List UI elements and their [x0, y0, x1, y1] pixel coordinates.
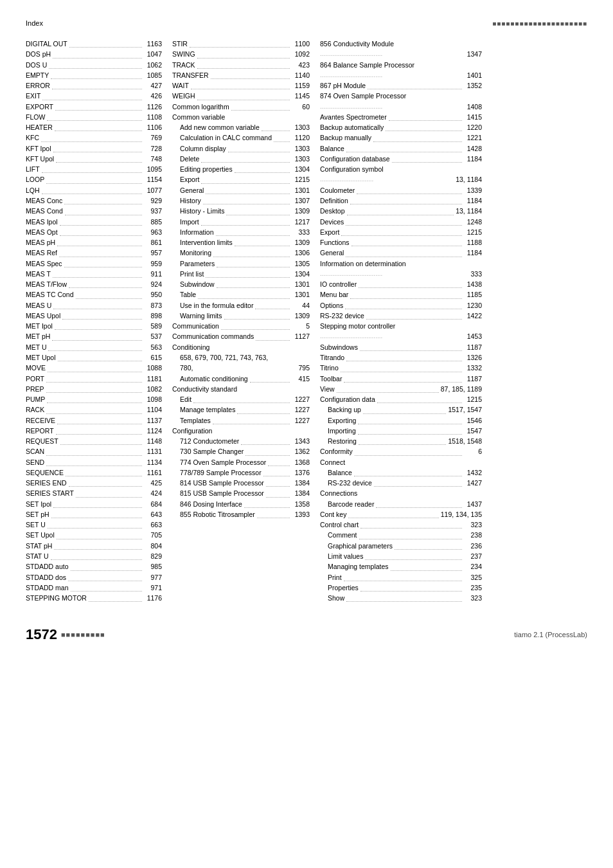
index-entry: RACK1104: [26, 404, 162, 415]
index-entry: SERIES END425: [26, 478, 162, 488]
index-entry: View87, 185, 1189: [320, 384, 482, 394]
dots-page-entry: ...................................1453: [320, 331, 482, 341]
index-entry: Table1301: [172, 289, 310, 300]
index-entry: 867 pH Module1352: [320, 80, 482, 91]
index-entry: ERROR427: [26, 80, 162, 91]
index-entry: 778/789 Sample Processor1376: [172, 467, 310, 478]
index-entry: RECEIVE1137: [26, 415, 162, 426]
index-entry: Functions1188: [320, 237, 482, 248]
index-entry: Subwindows1187: [320, 342, 482, 352]
index-entry: RS-232 device1427: [320, 478, 482, 488]
index-entry: SERIES START424: [26, 488, 162, 498]
index-entry: General1184: [320, 248, 482, 258]
index-entry: SWING1092: [172, 49, 310, 59]
dots-page-entry: ...................................1401: [320, 70, 482, 80]
index-entry: Templates1227: [172, 415, 310, 426]
dots-page-entry: ...................................333: [320, 269, 482, 279]
index-entry: SEND1134: [26, 457, 162, 467]
index-entry: MEAS Conc929: [26, 195, 162, 206]
index-entry: MEAS Opt963: [26, 227, 162, 237]
index-entry: PUMP1098: [26, 394, 162, 404]
index-entry: MET pH537: [26, 331, 162, 341]
footer-page-number: 1572: [26, 626, 57, 643]
index-entry: SET Ipol684: [26, 499, 162, 509]
index-entry: Information333: [172, 227, 310, 237]
page-header: Index ■■■■■■■■■■■■■■■■■■■■■: [26, 19, 587, 27]
index-entry: HEATER1106: [26, 122, 162, 132]
index-entry: Toolbar1187: [320, 374, 482, 384]
header-index: Index: [26, 19, 43, 27]
index-entry: KFT Upol748: [26, 154, 162, 164]
index-entry: Limit values237: [320, 551, 482, 561]
inline-label: ..............................13, 1184: [320, 174, 482, 185]
index-entry: Editing properties1304: [172, 164, 310, 174]
index-entry: Devices1248: [320, 217, 482, 227]
index-entry: Barcode reader1437: [320, 499, 482, 509]
index-entry: STDADD dos977: [26, 572, 162, 583]
index-entry: Column display1303: [172, 143, 310, 154]
index-entry: Warning limits1309: [172, 311, 310, 321]
index-entry: Conformity6: [320, 446, 482, 457]
index-entry: 814 USB Sample Processor1384: [172, 478, 310, 488]
index-entry: Configuration data1215: [320, 394, 482, 404]
index-entry: REQUEST1148: [26, 436, 162, 446]
page-footer: 1572 ■■■■■■■■■ tiamo 2.1 (ProcessLab): [26, 622, 587, 643]
index-entry: Options1230: [320, 300, 482, 311]
index-entry: Graphical parameters236: [320, 541, 482, 551]
index-entry: IO controller1438: [320, 279, 482, 289]
index-entry: Comment238: [320, 530, 482, 540]
index-entry: Import1217: [172, 217, 310, 227]
index-entry: EXPORT1126: [26, 102, 162, 112]
index-entry: Desktop13, 1184: [320, 206, 482, 216]
index-entry: Subwindow1301: [172, 279, 310, 289]
section-heading: Information on determination: [320, 258, 482, 269]
index-entry: Balance1432: [320, 467, 482, 478]
index-entry: Export1215: [172, 174, 310, 185]
index-entry: LIFT1095: [26, 164, 162, 174]
index-entry: Print325: [320, 572, 482, 583]
index-entry: 846 Dosing Interface1358: [172, 499, 310, 509]
index-entry: Export1215: [320, 227, 482, 237]
dots-page-entry: ...................................1347: [320, 49, 482, 59]
index-entry: PREP1082: [26, 384, 162, 394]
index-entry: REPORT1124: [26, 426, 162, 436]
section-heading: Connections: [320, 488, 482, 498]
index-entry: Configuration database1184: [320, 154, 482, 164]
column-1: DIGITAL OUT1163DOS pH1047DOS U1062EMPTY1…: [26, 39, 167, 603]
index-entry: MOVE1088: [26, 363, 162, 373]
index-entry: Calculation in CALC command1120: [172, 132, 310, 143]
section-heading: Conductivity standard: [172, 384, 310, 394]
index-entry: General1301: [172, 185, 310, 195]
index-entry: MEAS TC Cond950: [26, 289, 162, 300]
index-entry: Titrino1332: [320, 363, 482, 373]
index-entry: WAIT1159: [172, 80, 310, 91]
index-entry: SET Upol705: [26, 530, 162, 540]
index-entry: History1307: [172, 195, 310, 206]
index-entry: MEAS Cond937: [26, 206, 162, 216]
section-heading: Conditioning: [172, 342, 310, 352]
index-entry: DIGITAL OUT1163: [26, 39, 162, 49]
index-entry: SCAN1131: [26, 446, 162, 457]
index-entry: Avantes Spectrometer1415: [320, 112, 482, 122]
index-entry: SET pH643: [26, 509, 162, 520]
section-heading: 864 Balance Sample Processor: [320, 60, 482, 70]
index-entry: Edit1227: [172, 394, 310, 404]
index-entry: STAT U829: [26, 551, 162, 561]
index-entry: LOOP1154: [26, 174, 162, 185]
index-entry: WEIGH1145: [172, 91, 310, 101]
index-entry: Properties235: [320, 583, 482, 593]
index-entry: Restoring1518, 1548: [320, 436, 482, 446]
footer-page-dots: ■■■■■■■■■: [61, 631, 105, 638]
index-entry: SET U663: [26, 520, 162, 530]
index-entry: Control chart323: [320, 520, 482, 530]
index-entry: EXIT426: [26, 91, 162, 101]
index-entry: LQH1077: [26, 185, 162, 195]
index-entry: Communication5: [172, 321, 310, 331]
index-entry: 815 USB Sample Processor1384: [172, 488, 310, 498]
index-entry: STAT pH804: [26, 541, 162, 551]
index-entry: 774 Oven Sample Processor1368: [172, 457, 310, 467]
section-heading: Configuration: [172, 426, 310, 436]
index-entry: Cont key119, 134, 135: [320, 509, 482, 520]
index-entry: STEPPING MOTOR1176: [26, 593, 162, 603]
index-entry: DOS U1062: [26, 60, 162, 70]
